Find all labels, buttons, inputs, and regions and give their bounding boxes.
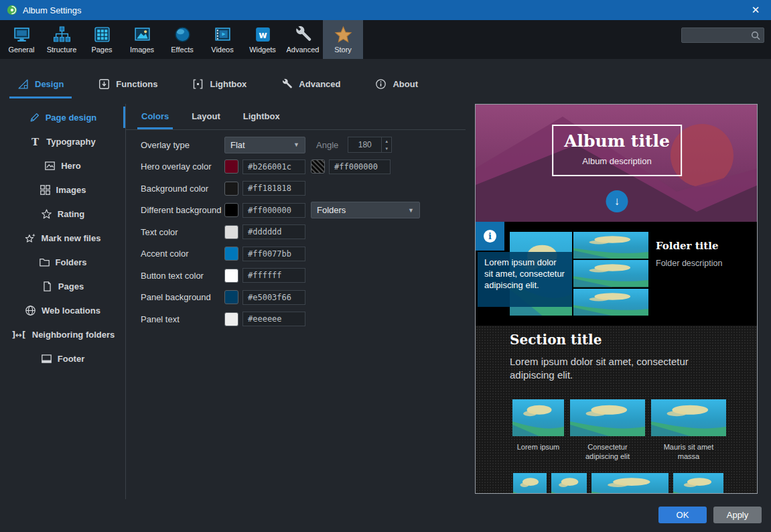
angle-spinner[interactable]: 180 ▲ ▼ xyxy=(348,137,392,153)
thumbnail-row: Lorem ipsum Consectetur adipiscing elit … xyxy=(512,399,726,462)
sidebar-item-footer[interactable]: Footer xyxy=(0,346,125,371)
thumbnail-image xyxy=(551,473,587,494)
album-description: Album description xyxy=(564,156,670,166)
sidebar-item-page-design[interactable]: Page design xyxy=(0,105,125,129)
main-toolbar: General Structure Pages xyxy=(0,20,771,59)
hex-input[interactable]: #e5003f66 xyxy=(242,290,305,305)
hex-input[interactable]: #ff000000 xyxy=(329,159,391,174)
tab-functions[interactable]: Functions xyxy=(96,78,160,90)
thumbnail-caption: Consectetur adipiscing elit xyxy=(577,442,638,462)
folder-panel-text: Lorem ipsum dolor sit amet, consectetur … xyxy=(478,252,572,307)
sidebar-item-neighboring-folders[interactable]: ]↔[ Neighboring folders xyxy=(0,322,125,346)
hex-input[interactable]: #ff0077bb xyxy=(242,247,305,261)
page-design-panel: Colors Layout Lightbox Overlay type Flat… xyxy=(126,101,471,503)
folder-description: Folder description xyxy=(656,259,722,268)
hex-input[interactable]: #ff181818 xyxy=(242,181,305,196)
toolbar-item-widgets[interactable]: w Widgets xyxy=(242,20,283,59)
color-swatch[interactable] xyxy=(224,269,238,283)
sidebar-item-rating[interactable]: Rating xyxy=(0,202,125,226)
hero-image-icon xyxy=(44,160,56,172)
sphere-icon xyxy=(173,25,192,44)
thumbnail: Mauris sit amet massa xyxy=(651,399,726,462)
wrench-icon xyxy=(294,25,312,44)
panel-divider xyxy=(126,129,466,130)
color-swatch[interactable] xyxy=(224,290,238,304)
toolbar-item-story[interactable]: Story xyxy=(323,20,363,59)
panel-background-row: Panel background #e5003f66 xyxy=(141,287,471,309)
thumbnail-row-partial xyxy=(513,473,723,494)
structure-icon xyxy=(53,25,71,44)
hero-overlay-color-row: Hero overlay color #b266001c #ff000000 xyxy=(141,156,471,178)
field-label: Text color xyxy=(141,227,224,237)
thumbnail: Lorem ipsum xyxy=(512,399,564,452)
color-swatch[interactable] xyxy=(311,159,325,174)
search-input[interactable] xyxy=(685,31,751,40)
preview-folder: i Lorem ipsum dolor sit amet, consectetu… xyxy=(476,222,758,326)
pen-icon xyxy=(29,112,40,123)
panel-tab-lightbox[interactable]: Lightbox xyxy=(241,111,282,129)
sidebar-item-web-locations[interactable]: Web locations xyxy=(0,298,125,322)
chevron-down-icon: ▼ xyxy=(408,207,414,214)
hex-input[interactable]: #dddddd xyxy=(242,224,305,239)
toolbar-item-images[interactable]: Images xyxy=(122,20,162,59)
sidebar-item-pages[interactable]: Pages xyxy=(0,274,125,298)
color-swatch[interactable] xyxy=(224,159,238,174)
grid-icon xyxy=(93,25,111,44)
color-swatch[interactable] xyxy=(224,225,238,239)
apply-button[interactable]: Apply xyxy=(713,507,762,523)
select-value: Flat xyxy=(230,140,245,150)
tab-design[interactable]: Design xyxy=(15,78,66,90)
color-swatch[interactable] xyxy=(224,182,238,196)
panel-tab-layout[interactable]: Layout xyxy=(190,111,222,129)
tab-lightbox[interactable]: Lightbox xyxy=(190,78,249,90)
color-swatch[interactable] xyxy=(224,203,238,217)
sidebar-item-mark-new-files[interactable]: Mark new files xyxy=(0,226,125,250)
color-swatch[interactable] xyxy=(224,247,238,261)
folder-icon xyxy=(39,257,50,268)
film-icon xyxy=(214,25,232,44)
color-swatch[interactable] xyxy=(224,312,238,326)
toolbar-item-advanced[interactable]: Advanced xyxy=(283,20,323,59)
thumbnail-image xyxy=(513,473,547,494)
panel-tabs: Colors Layout Lightbox xyxy=(139,111,282,129)
hex-input[interactable]: #eeeeee xyxy=(242,312,305,326)
close-icon[interactable]: ✕ xyxy=(740,0,771,20)
panel-tab-colors[interactable]: Colors xyxy=(139,111,171,129)
hex-input[interactable]: #b266001c xyxy=(242,159,305,174)
sidebar-item-images[interactable]: Images xyxy=(0,178,125,202)
search-box[interactable] xyxy=(681,27,764,43)
toolbar-item-structure[interactable]: Structure xyxy=(42,20,82,59)
story-tabs: Design Functions Lightbox Advanced xyxy=(0,59,771,101)
toolbar-item-pages[interactable]: Pages xyxy=(82,20,122,59)
monitor-icon xyxy=(13,25,31,44)
info-icon xyxy=(375,78,387,90)
ruler-icon xyxy=(17,78,29,90)
spinner-down-icon[interactable]: ▼ xyxy=(382,145,391,152)
ok-button[interactable]: OK xyxy=(658,507,707,523)
section-title: Section title xyxy=(510,332,602,348)
different-background-select[interactable]: Folders ▼ xyxy=(311,202,420,218)
footer-icon xyxy=(41,353,52,364)
toolbar-item-general[interactable]: General xyxy=(1,20,42,59)
wrench-icon xyxy=(281,78,293,90)
background-color-row: Background color #ff181818 xyxy=(141,178,471,200)
story-preview: Album title Album description ↓ i Lorem … xyxy=(475,104,758,494)
toolbar-item-effects[interactable]: Effects xyxy=(162,20,202,59)
sidebar-item-hero[interactable]: Hero xyxy=(0,153,125,178)
folder-title: Folder title xyxy=(656,240,719,252)
sidebar-item-folders[interactable]: Folders xyxy=(0,250,125,274)
sidebar-item-typography[interactable]: T Typography xyxy=(0,129,125,153)
field-label: Background color xyxy=(141,184,224,194)
hex-input[interactable]: #ff000000 xyxy=(242,203,305,218)
tab-advanced[interactable]: Advanced xyxy=(279,78,343,90)
window-title: Album Settings xyxy=(23,5,81,15)
hex-input[interactable]: #ffffff xyxy=(242,268,305,283)
tab-about[interactable]: About xyxy=(372,78,421,90)
toolbar-item-videos[interactable]: Videos xyxy=(202,20,242,59)
spinner-up-icon[interactable]: ▲ xyxy=(382,137,391,145)
overlay-type-select[interactable]: Flat ▼ xyxy=(224,137,305,153)
angle-value[interactable]: 180 xyxy=(348,137,381,152)
field-label: Different background xyxy=(141,205,224,215)
text-color-row: Text color #dddddd xyxy=(141,221,471,243)
svg-text:]↔[: ]↔[ xyxy=(12,330,25,339)
